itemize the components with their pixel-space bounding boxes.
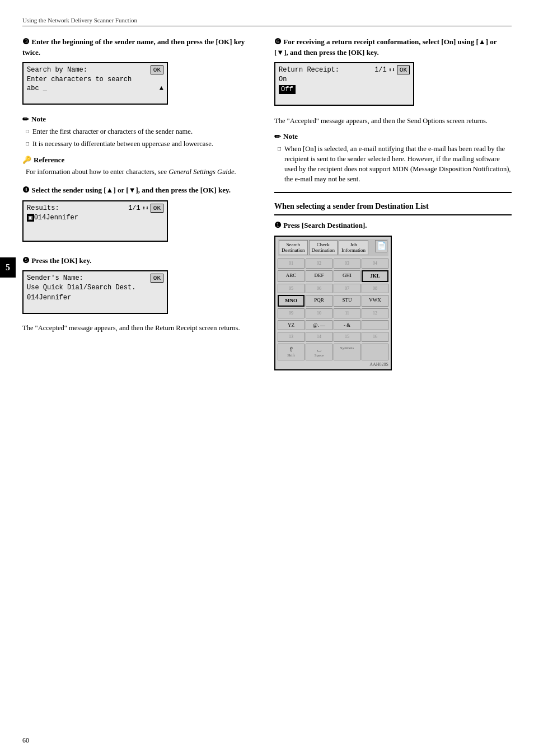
ref-title: 🔑 Reference [22,156,257,165]
checkbox-icon-2: □ [26,140,29,149]
tab-number: 5 [0,257,16,278]
step6-block: ❻ For receiving a return receipt conform… [274,36,512,184]
tp-keys-row6: YZ @. — - & [278,320,388,331]
page-number: 60 [22,736,29,745]
tp-bottom-row: ⇧ Shift ⎵ Space Symbols [278,344,388,360]
when-selecting-block: When selecting a sender from Destination… [274,202,512,370]
lcd-ok-5: OK [151,274,163,283]
checkbox-icon-6: □ [278,145,281,185]
tp-credit: AAH028S [278,362,388,367]
tp-key-dash[interactable]: - & [334,320,360,331]
lcd-row2-4: ▣014Jennifer [27,213,163,223]
lcd-on: On [279,74,410,84]
touch-panel: Search Destination Check Destination Job… [274,236,392,370]
step3-block: ❸ Enter the beginning of the sender name… [22,36,257,177]
tp-key-yz[interactable]: YZ [278,320,305,331]
tp-key-mno[interactable]: MNO [278,295,305,307]
step6-heading: ❻ For receiving a return receipt conform… [274,36,512,58]
tp-icon: 📄 [375,240,387,252]
tp-shift-key[interactable]: ⇧ Shift [278,344,305,360]
tp-keys-row2: ABC DEF GHI JKL [278,270,388,282]
tp-key-16[interactable]: 16 [362,332,388,342]
step6-lcd: Return Receipt: 1/1 ⬆⬇ OK On Off [274,62,414,106]
tp-tab-2[interactable]: Check Destination [309,240,338,256]
step6-message1: The "Accepted" message appears, and then… [274,116,512,126]
step5-block: ❺ Press the [OK] key. Sender's Name: OK … [22,255,257,334]
tp-tab-1[interactable]: Search Destination [279,240,308,256]
note-icon-6: ✏ [274,132,281,142]
tp-key-05[interactable]: 05 [278,284,305,294]
tp-key-13[interactable]: 13 [278,332,305,342]
step3-note: ✏ Note □ Enter the first character or ch… [22,115,257,149]
tp-key-12[interactable]: 12 [362,308,388,318]
tp-key-04[interactable]: 04 [362,259,388,269]
step4-heading: ❹ Select the sender using [▲] or [▼], an… [22,185,257,196]
header-bar: Using the Network Delivery Scanner Funct… [22,17,512,26]
ws-step1-heading: ❶ Press [Search Destination]. [274,220,512,231]
lcd-row3-5: 014Jennifer [27,293,163,303]
tp-tab-3[interactable]: Job Information [339,240,368,256]
tp-key-01[interactable]: 01 [278,259,305,269]
lcd-ok: OK [151,65,163,74]
ref-icon: 🔑 [22,156,31,165]
step5-message: The "Accepted" message appears, and then… [22,323,257,334]
tp-key-stu[interactable]: STU [334,295,360,307]
step5-lcd: Sender's Name: OK Use Quick Dial/Search … [22,270,168,314]
step3-ref: 🔑 Reference For information about how to… [22,156,257,177]
lcd-label: Search by Name: [27,66,87,74]
when-selecting-heading: When selecting a sender from Destination… [274,202,512,211]
lcd-row2: Enter characters to search [27,74,163,84]
note-item-1: □ Enter the first character or character… [22,126,257,137]
note-item-6: □ When [On] is selected, an e-mail notif… [274,144,512,185]
tp-key-def[interactable]: DEF [306,270,332,282]
note-title-6: ✏ Note [274,132,512,142]
lcd-row2-5: Use Quick Dial/Search Dest. [27,283,163,293]
tp-keys-row5: 09 10 11 12 [278,308,388,318]
tp-keys-row3: 05 06 07 08 [278,284,388,294]
step3-heading: ❸ Enter the beginning of the sender name… [22,36,257,58]
tp-key-jkl[interactable]: JKL [362,270,388,282]
tp-symbols-key[interactable]: Symbols [334,344,360,360]
ref-text: For information about how to enter chara… [22,167,257,177]
lcd-results-label: Results: [27,204,59,212]
tp-key-10[interactable]: 10 [306,308,332,318]
step4-lcd: Results: 1/1 ⬆⬇ OK ▣014Jennifer [22,200,168,242]
tp-keys-row7: 13 14 15 16 [278,332,388,342]
tp-key-at[interactable]: @. — [306,320,332,331]
step4-block: ❹ Select the sender using [▲] or [▼], an… [22,185,257,247]
note-item-2: □ It is necessary to differentiate betwe… [22,139,257,149]
tp-key-06[interactable]: 06 [306,284,332,294]
tp-key-11[interactable]: 11 [334,308,360,318]
tp-key-07[interactable]: 07 [334,284,360,294]
step5-heading: ❺ Press the [OK] key. [22,255,257,266]
tp-key-ghi[interactable]: GHI [334,270,360,282]
tp-key-02[interactable]: 02 [306,259,332,269]
lcd-off: Off [279,84,410,95]
tp-extra-key[interactable] [362,344,388,360]
tp-key-08[interactable]: 08 [362,284,388,294]
tp-key-03[interactable]: 03 [334,259,360,269]
tp-space-key[interactable]: ⎵ Space [306,344,332,360]
tp-key-vwx[interactable]: VWX [362,295,388,307]
lcd-ok-6: OK [397,65,410,74]
tp-key-14[interactable]: 14 [306,332,332,342]
tp-key-09[interactable]: 09 [278,308,305,318]
tp-header: Search Destination Check Destination Job… [278,239,388,257]
lcd-arrow: ▲ [160,84,163,92]
tp-key-pqr[interactable]: PQR [306,295,332,307]
tp-key-extra[interactable] [362,320,388,331]
tp-key-abc[interactable]: ABC [278,270,305,282]
step3-lcd: Search by Name: OK Enter characters to s… [22,62,168,105]
tp-keys-row4: MNO PQR STU VWX [278,295,388,307]
header-text: Using the Network Delivery Scanner Funct… [22,17,137,24]
lcd-ok-4: OK [151,204,163,213]
note-title: ✏ Note [22,115,257,124]
tp-key-15[interactable]: 15 [334,332,360,342]
checkbox-icon: □ [26,128,29,137]
step6-note: ✏ Note □ When [On] is selected, an e-mai… [274,132,512,185]
lcd-row3: abc _ [27,84,47,92]
note-icon: ✏ [22,115,29,124]
tp-keys-row1: 01 02 03 04 [278,259,388,269]
